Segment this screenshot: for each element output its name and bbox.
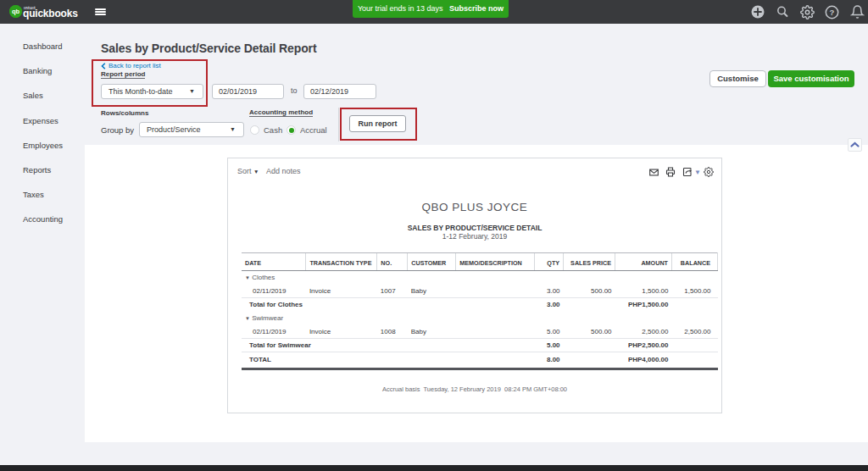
svg-text:?: ?	[830, 8, 835, 17]
svg-text:qb: qb	[12, 8, 20, 15]
